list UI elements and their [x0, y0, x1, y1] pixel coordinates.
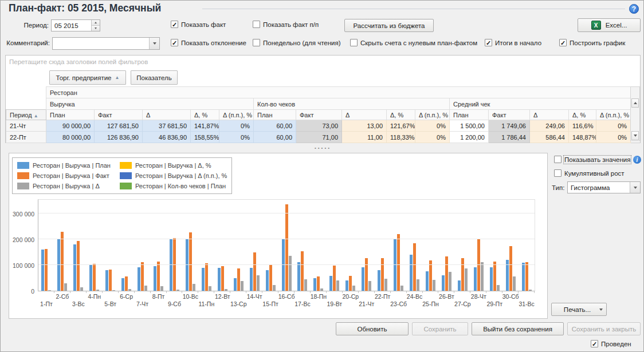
row-header[interactable]: 22-Пт	[6, 132, 46, 143]
table-cell: 141,87%	[191, 120, 219, 132]
field-button-indicator[interactable]: Показатель	[131, 70, 178, 85]
checkbox-label: Показывать значения	[564, 156, 630, 163]
column-header[interactable]: Факт	[296, 110, 342, 120]
table-vertical-scrollbar[interactable]	[630, 86, 640, 141]
legend-label: Ресторан | Выручка | План	[33, 162, 111, 169]
column-header[interactable]: План	[254, 110, 296, 120]
chart-type-dropdown-icon[interactable]	[630, 182, 640, 193]
x-axis-label: 23-Сб	[390, 300, 407, 307]
print-button[interactable]: Печать...	[551, 303, 607, 316]
bar	[289, 256, 292, 291]
column-header[interactable]: Δ	[530, 110, 569, 120]
column-header[interactable]: Δ (п.п.), %	[219, 110, 254, 120]
checkbox-box[interactable]: ✓	[171, 21, 178, 28]
period-column-header[interactable]: Период ▲	[6, 110, 46, 120]
table-cell: 60,00	[254, 132, 296, 143]
bar	[285, 204, 288, 291]
splitter-handle[interactable]: •••••	[5, 144, 641, 151]
x-axis-label: 20-Ср	[342, 293, 359, 300]
show-deviation-checkbox[interactable]: ✓Показать отклонение	[171, 39, 246, 46]
show-values-checkbox[interactable]: Показывать значения	[554, 156, 630, 163]
cumulative-growth-checkbox[interactable]: Кумулятивный рост	[554, 169, 625, 177]
comment-combobox[interactable]	[52, 37, 160, 50]
x-axis-label: 27-Ср	[454, 300, 471, 307]
totals-first-checkbox[interactable]: ✓Итоги в начало	[485, 39, 541, 46]
bar	[352, 286, 355, 291]
bar	[225, 289, 227, 291]
bar	[209, 286, 211, 291]
save-button[interactable]: Сохранить	[412, 322, 468, 335]
checkbox-box[interactable]	[253, 21, 260, 28]
field-button-trade-enterprise[interactable]: Торг. предприятие ▲	[49, 70, 126, 85]
legend-label: Ресторан | Выручка | Факт	[33, 172, 109, 179]
exit-without-save-button[interactable]: Выйти без сохранения	[472, 322, 564, 335]
checkbox-box[interactable]	[253, 39, 260, 46]
bar	[413, 243, 416, 291]
build-chart-checkbox[interactable]: ✓Построить график	[559, 39, 625, 46]
save-and-close-button[interactable]: Сохранить и закрыть	[567, 322, 641, 335]
legend-item: Ресторан | Выручка | Δ	[17, 181, 111, 191]
column-header[interactable]: Δ	[143, 110, 191, 120]
bar	[266, 270, 269, 291]
bar	[442, 275, 445, 291]
scroll-down-icon[interactable]	[631, 131, 639, 140]
calc-from-budget-button[interactable]: Рассчитать из бюджета	[344, 19, 434, 32]
info-icon[interactable]: i	[633, 156, 641, 164]
table-cell: 158,55%	[191, 132, 219, 143]
checkbox-box[interactable]: ✓	[485, 39, 492, 46]
bar	[333, 266, 336, 291]
bar	[273, 285, 276, 291]
bar	[445, 256, 448, 291]
column-header[interactable]: Δ, %	[191, 110, 219, 120]
scroll-up-icon[interactable]	[631, 98, 639, 108]
column-header[interactable]: Δ, %	[569, 110, 596, 120]
checkbox-box[interactable]: ✓	[559, 39, 567, 46]
bar	[80, 287, 83, 291]
table-cell[interactable]: 1 200,00	[450, 132, 489, 143]
spin-down-icon[interactable]	[92, 25, 100, 31]
column-header[interactable]: Δ	[342, 110, 387, 120]
column-header[interactable]: Δ, %	[387, 110, 415, 120]
bar	[297, 262, 300, 291]
posted-checkbox[interactable]: ✓Проведен	[591, 340, 631, 347]
legend-label: Ресторан | Выручка | Δ	[33, 183, 100, 189]
period-label: Период:	[15, 22, 49, 29]
refresh-button[interactable]: Обновить	[336, 322, 409, 335]
help-icon[interactable]: ?	[629, 4, 639, 14]
period-spinner[interactable]	[91, 20, 100, 31]
column-header[interactable]: Факт	[489, 110, 530, 120]
column-header[interactable]: План	[450, 110, 489, 120]
checkbox-box[interactable]: ✓	[171, 39, 178, 46]
checkbox-label: Кумулятивный рост	[564, 170, 625, 177]
spin-up-icon[interactable]	[92, 20, 100, 25]
period-input[interactable]: 05 2015	[51, 19, 100, 31]
table-cell[interactable]: 1 500,00	[450, 120, 489, 132]
chart-type-select[interactable]: Гистограмма	[567, 181, 641, 193]
weekly-checkbox[interactable]: Понедельно (для чтения)	[253, 39, 341, 46]
checkbox-box[interactable]	[554, 169, 561, 177]
show-fact-checkbox[interactable]: ✓Показать факт	[171, 21, 226, 28]
table-cell: 11,00	[342, 132, 387, 143]
hide-zero-accounts-checkbox[interactable]: Скрыть счета с нулевым план-фактом	[350, 39, 477, 46]
bar	[93, 264, 96, 291]
comment-dropdown-icon[interactable]	[149, 38, 159, 49]
bar	[193, 284, 195, 291]
bar	[64, 283, 67, 291]
column-header[interactable]: Δ (п.п.), %	[415, 110, 450, 120]
excel-button[interactable]: X Excel...	[578, 18, 641, 32]
column-header[interactable]: План	[46, 110, 95, 120]
bar	[329, 276, 332, 291]
row-header[interactable]: 21-Чт	[6, 120, 46, 132]
checkbox-box[interactable]	[350, 39, 358, 46]
column-header[interactable]: Δ (п.п.), %	[596, 110, 631, 120]
checkbox-box[interactable]	[554, 156, 561, 163]
bar	[170, 239, 172, 291]
checkbox-box[interactable]: ✓	[591, 340, 598, 347]
bar	[317, 276, 320, 291]
column-header[interactable]: Факт	[95, 110, 143, 120]
legend-swatch	[17, 162, 29, 169]
checkbox-label: Показать отклонение	[181, 39, 246, 46]
show-fact-pp-checkbox[interactable]: Показать факт п/п	[253, 21, 319, 28]
plan-fact-grid-panel: Перетащите сюда заголовки полей фильтров…	[5, 55, 641, 143]
x-axis-label: 25-Пн	[422, 300, 439, 307]
